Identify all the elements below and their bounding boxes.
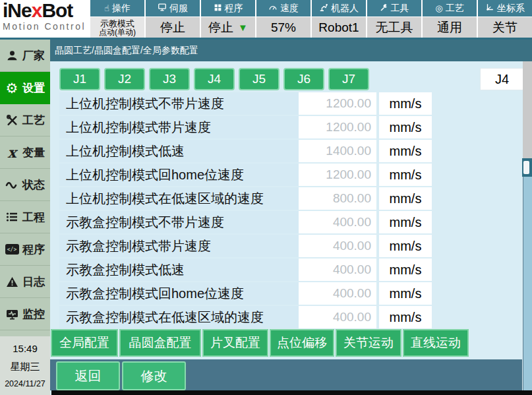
sidebar-item-variable[interactable]: x 变量 [0, 137, 50, 169]
parameter-table: 上位机控制模式不带片速度 1200.00 mm/s 上位机控制模式带片速度 12… [59, 92, 432, 330]
sidebar-item-project[interactable]: 工程 [0, 201, 50, 233]
grid-icon [214, 3, 222, 14]
tab-linear-motion[interactable]: 直线运动 [403, 329, 469, 357]
menu-col-robot: 机器人 Robot1 [312, 0, 366, 38]
tab-fork-config[interactable]: 片叉配置 [202, 329, 268, 357]
menu-process-button[interactable]: ◎ 工艺 [423, 0, 477, 16]
clock-date: 2024/11/27 [5, 379, 45, 388]
coord-select-button[interactable]: 关节 [478, 17, 532, 38]
menu-col-speed: 速度 57% [256, 0, 310, 38]
menu-servo-button[interactable]: 伺服 [146, 0, 200, 16]
bottom-edge-strip [51, 390, 532, 395]
param-unit: mm/s [379, 235, 432, 257]
logo-subtitle: Motion Control [3, 20, 90, 32]
param-value-field[interactable]: 400.00 [299, 211, 376, 233]
log-warning-icon [5, 276, 19, 288]
param-label: 上位机控制模式在低速区域的速度 [59, 187, 299, 210]
scrollbar-track[interactable] [523, 61, 532, 158]
param-label: 示教盒控制模式带片速度 [59, 235, 299, 257]
param-value-field[interactable]: 400.00 [299, 282, 376, 305]
modify-button[interactable]: 修改 [122, 361, 186, 390]
param-value-field[interactable]: 800.00 [299, 187, 376, 210]
tool-select-button[interactable]: 无工具 [367, 17, 421, 38]
param-label: 示教盒控制模式在低速区域的速度 [59, 306, 299, 328]
param-unit: mm/s [379, 211, 432, 233]
clock-time: 15:49 [13, 343, 38, 354]
menu-speed-button[interactable]: 速度 [256, 0, 310, 16]
logo-title: iNexBot [3, 1, 90, 20]
tab-j3[interactable]: J3 [149, 68, 190, 90]
scrollbar-lower-track[interactable] [523, 177, 532, 390]
menu-col-program: 程序 停止 ▼ [201, 0, 255, 38]
menu-coord-button[interactable]: 坐标系 [478, 0, 532, 16]
param-unit: mm/s [379, 258, 432, 281]
inexbot-logo: iNexBot Motion Control [3, 1, 90, 37]
selected-joint-box[interactable]: J4 [480, 68, 524, 90]
variable-icon: x [5, 146, 19, 159]
param-value-field[interactable]: 1200.00 [299, 116, 376, 138]
sidebar-item-program[interactable]: </> 程序 [0, 233, 50, 266]
param-unit: mm/s [379, 164, 432, 186]
sidebar: 厂家 ⚙ 设置 工艺 x 变量 状态 工程 </> 程序 日志 [0, 40, 50, 395]
tab-j4[interactable]: J4 [194, 68, 235, 90]
tab-j2[interactable]: J2 [104, 68, 145, 90]
sidebar-item-vendor[interactable]: 厂家 [0, 40, 50, 72]
tab-j5[interactable]: J5 [239, 68, 280, 90]
param-value-field[interactable]: 1400.00 [299, 140, 376, 162]
sidebar-item-monitor[interactable]: 监控 [0, 298, 50, 330]
param-unit: mm/s [379, 282, 432, 305]
tab-j6[interactable]: J6 [283, 68, 324, 90]
mode-status-button[interactable]: 示教模式 点动(单动) [90, 17, 144, 38]
menu-operation-button[interactable]: ☝ 操作 [90, 0, 144, 16]
speed-percent-button[interactable]: 57% [256, 17, 310, 38]
table-row: 示教盒控制模式低速 400.00 mm/s [59, 258, 432, 281]
user-icon [5, 49, 19, 62]
tab-j1[interactable]: J1 [59, 68, 100, 90]
param-value-field[interactable]: 400.00 [299, 235, 376, 257]
panel-drag-handle[interactable] [522, 158, 532, 177]
table-row: 示教盒控制模式在低速区域的速度 400.00 mm/s [59, 306, 432, 328]
table-row: 示教盒控制模式回home位速度 400.00 mm/s [59, 282, 432, 305]
joint-tabs: J1 J2 J3 J4 J5 J6 J7 [59, 68, 369, 90]
gauge-icon [268, 3, 278, 14]
clock-weekday: 星期三 [11, 361, 40, 373]
servo-icon [158, 3, 167, 14]
param-label: 上位机控制模式不带片速度 [59, 92, 299, 115]
param-value-field[interactable]: 400.00 [299, 306, 376, 328]
menu-robot-button[interactable]: 机器人 [312, 0, 366, 16]
param-value-field[interactable]: 400.00 [299, 258, 376, 281]
process-select-button[interactable]: 通用 [423, 17, 477, 38]
sidebar-item-log[interactable]: 日志 [0, 266, 50, 298]
menu-col-process: ◎ 工艺 通用 [423, 0, 477, 38]
param-value-field[interactable]: 1200.00 [299, 164, 376, 186]
tab-j7[interactable]: J7 [328, 68, 369, 90]
tab-cassette-config[interactable]: 晶圆盒配置 [119, 329, 201, 357]
param-label: 示教盒控制模式不带片速度 [59, 211, 299, 233]
menu-col-tool: 工具 无工具 [367, 0, 421, 38]
breadcrumb: 晶圆工艺/晶圆盒配置/全局参数配置 [50, 40, 532, 61]
handle-knob-icon [523, 161, 529, 174]
tab-global-config[interactable]: 全局配置 [51, 329, 118, 357]
sidebar-item-status[interactable]: 状态 [0, 169, 50, 201]
tools-icon [5, 114, 19, 127]
menu-program-button[interactable]: 程序 [201, 0, 255, 16]
clock-panel: 15:49 星期三 2024/11/27 [0, 336, 50, 395]
param-unit: mm/s [379, 116, 432, 138]
servo-status-button[interactable]: 停止 [146, 17, 200, 38]
right-scroll-rail [522, 61, 532, 390]
param-unit: mm/s [379, 92, 432, 115]
hand-icon: ☝ [104, 4, 109, 13]
table-row: 示教盒控制模式带片速度 400.00 mm/s [59, 235, 432, 257]
robot-select-button[interactable]: Robot1 [312, 17, 366, 38]
table-row: 上位机控制模式低速 1400.00 mm/s [59, 140, 432, 162]
back-button[interactable]: 返回 [56, 361, 120, 390]
menu-tool-button[interactable]: 工具 [367, 0, 421, 16]
param-value-field[interactable]: 1200.00 [299, 92, 376, 115]
param-unit: mm/s [379, 306, 432, 328]
sidebar-item-process[interactable]: 工艺 [0, 104, 50, 137]
tab-joint-motion[interactable]: 关节运动 [336, 329, 401, 357]
sidebar-item-settings[interactable]: ⚙ 设置 [0, 72, 50, 104]
tab-point-offset[interactable]: 点位偏移 [270, 329, 334, 357]
menu-col-coord: 坐标系 关节 [478, 0, 532, 38]
run-state-dropdown[interactable]: 停止 ▼ [201, 17, 255, 38]
